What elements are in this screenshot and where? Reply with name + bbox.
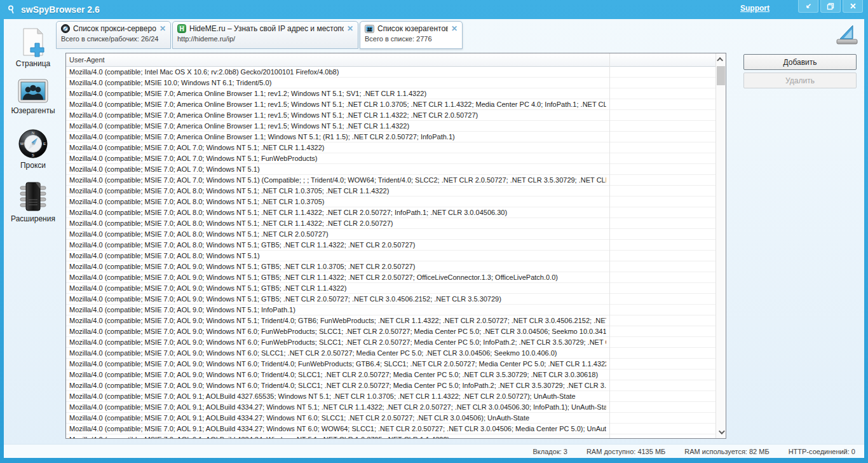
table-row[interactable]: Mozilla/4.0 (compatible; MSIE 7.0; AOL 9…	[66, 434, 715, 438]
useragent-string: Mozilla/4.0 (compatible; MSIE 7.0; Ameri…	[66, 121, 606, 131]
app-window: swSpyBrowser 2.6 Support Страница	[0, 0, 868, 463]
table-row[interactable]: Mozilla/4.0 (compatible; MSIE 7.0; AOL 8…	[66, 207, 715, 218]
table-row[interactable]: Mozilla/4.0 (compatible; MSIE 7.0; AOL 9…	[66, 391, 715, 402]
tab-hideme[interactable]: H HideME.ru – Узнать свой IP адрес и мес…	[172, 21, 358, 49]
table-row[interactable]: Mozilla/4.0 (compatible; MSIE 7.0; AOL 9…	[66, 261, 715, 272]
useragent-string: Mozilla/4.0 (compatible; MSIE 7.0; AOL 9…	[66, 413, 606, 423]
useragent-string: Mozilla/4.0 (compatible; MSIE 7.0; AOL 9…	[66, 359, 606, 369]
table-row[interactable]: Mozilla/4.0 (compatible; MSIE 7.0; AOL 9…	[66, 413, 715, 424]
table-row[interactable]: Mozilla/4.0 (compatible; MSIE 7.0; AOL 9…	[66, 370, 715, 380]
table-row[interactable]: Mozilla/4.0 (compatible; MSIE 7.0; AOL 8…	[66, 186, 715, 197]
table-row[interactable]: Mozilla/4.0 (compatible; MSIE 7.0; AOL 8…	[66, 229, 715, 240]
sidebar-item-useragents[interactable]: Юзерагенты	[4, 78, 62, 115]
useragent-string: Mozilla/4.0 (compatible; MSIE 7.0; AOL 9…	[66, 315, 606, 326]
table-row[interactable]: Mozilla/4.0 (compatible; MSIE 7.0; Ameri…	[66, 132, 715, 142]
useragent-string: Mozilla/4.0 (compatible; MSIE 7.0; AOL 9…	[66, 294, 606, 304]
main-area: Страница Юзерагенты	[4, 19, 864, 458]
scroll-thumb[interactable]	[717, 66, 725, 85]
status-http-connections: HTTP-соединений: 0	[789, 448, 855, 455]
useragent-string: Mozilla/4.0 (compatible; Intel Mac OS X …	[66, 67, 606, 77]
table-row[interactable]: Mozilla/4.0 (compatible; MSIE 7.0; AOL 9…	[66, 294, 715, 305]
tab-close-icon[interactable]: ✕	[347, 24, 353, 33]
tab-title: HideME.ru – Узнать свой IP адрес и место…	[189, 24, 344, 33]
vertical-scrollbar[interactable]	[715, 53, 726, 438]
table-row[interactable]: Mozilla/4.0 (compatible; MSIE 7.0; AOL 9…	[66, 359, 715, 370]
tab-close-icon[interactable]: ✕	[159, 24, 166, 33]
sidebar-item-label: Страница	[16, 59, 50, 68]
table-row[interactable]: Mozilla/4.0 (compatible; MSIE 7.0; AOL 7…	[66, 153, 715, 164]
svg-text:E: E	[43, 142, 46, 146]
statusbar: Вкладок: 3 RAM доступно: 4135 МБ RAM исп…	[4, 444, 864, 458]
table-row[interactable]: Mozilla/4.0 (compatible; MSIE 7.0; AOL 9…	[66, 283, 715, 294]
useragent-string: Mozilla/4.0 (compatible; MSIE 7.0; AOL 7…	[66, 164, 606, 174]
sidebar-item-label: Юзерагенты	[11, 106, 55, 115]
table-row[interactable]: Mozilla/4.0 (compatible; Intel Mac OS X …	[66, 67, 715, 78]
sail-boat-icon[interactable]	[835, 22, 859, 45]
restore-button[interactable]	[820, 0, 841, 13]
table-row[interactable]: Mozilla/4.0 (compatible; MSIE 7.0; AOL 8…	[66, 218, 715, 229]
delete-button[interactable]: Удалить	[743, 73, 857, 88]
useragent-string: Mozilla/4.0 (compatible; MSIE 7.0; AOL 7…	[66, 142, 606, 153]
sidebar-item-page[interactable]: Страница	[4, 27, 62, 68]
useragent-string: Mozilla/4.0 (compatible; MSIE 7.0; AOL 8…	[66, 197, 606, 207]
table-header-user-agent[interactable]: User-Agent	[66, 53, 726, 67]
table-row[interactable]: Mozilla/4.0 (compatible; MSIE 10.0; Wind…	[66, 78, 715, 88]
table-row[interactable]: Mozilla/4.0 (compatible; MSIE 7.0; AOL 7…	[66, 164, 715, 175]
useragent-string: Mozilla/4.0 (compatible; MSIE 7.0; AOL 9…	[66, 380, 606, 390]
add-button[interactable]: Добавить	[743, 54, 857, 70]
tab-proxy-list[interactable]: Список прокси-серверов ✕ Всего в списке/…	[56, 21, 171, 49]
table-row[interactable]: Mozilla/4.0 (compatible; MSIE 7.0; AOL 9…	[66, 337, 715, 348]
minimize-button[interactable]	[798, 0, 818, 13]
table-row[interactable]: Mozilla/4.0 (compatible; MSIE 7.0; AOL 8…	[66, 251, 715, 261]
status-ram-used: RAM используется: 82 МБ	[684, 448, 769, 455]
useragent-string: Mozilla/4.0 (compatible; MSIE 7.0; AOL 9…	[66, 337, 606, 347]
useragent-string: Mozilla/4.0 (compatible; MSIE 7.0; AOL 9…	[66, 305, 606, 315]
scroll-up-button[interactable]	[716, 55, 726, 64]
table-row[interactable]: Mozilla/4.0 (compatible; MSIE 7.0; AOL 9…	[66, 272, 715, 283]
useragent-string: Mozilla/4.0 (compatible; MSIE 7.0; Ameri…	[66, 88, 606, 99]
useragent-string: Mozilla/4.0 (compatible; MSIE 7.0; Ameri…	[66, 99, 606, 109]
table-row[interactable]: Mozilla/4.0 (compatible; MSIE 7.0; AOL 9…	[66, 348, 715, 359]
table-row[interactable]: Mozilla/4.0 (compatible; MSIE 7.0; Ameri…	[66, 121, 715, 132]
table-row[interactable]: Mozilla/4.0 (compatible; MSIE 7.0; AOL 9…	[66, 424, 715, 434]
scroll-down-button[interactable]	[716, 427, 726, 437]
tab-title: Список юзерагентов	[377, 24, 448, 33]
useragent-string: Mozilla/4.0 (compatible; MSIE 7.0; AOL 9…	[66, 434, 606, 438]
useragent-string: Mozilla/4.0 (compatible; MSIE 7.0; AOL 9…	[66, 424, 606, 434]
svg-text:S: S	[32, 153, 34, 157]
sidebar-item-extensions[interactable]: Расширения	[4, 181, 62, 223]
table-row[interactable]: Mozilla/4.0 (compatible; MSIE 7.0; AOL 9…	[66, 402, 715, 413]
svg-text:W: W	[20, 142, 24, 146]
table-row[interactable]: Mozilla/4.0 (compatible; MSIE 7.0; AOL 7…	[66, 175, 715, 186]
table-row[interactable]: Mozilla/4.0 (compatible; MSIE 7.0; AOL 9…	[66, 315, 715, 326]
support-link[interactable]: Support	[740, 4, 770, 13]
table-row[interactable]: Mozilla/4.0 (compatible; MSIE 7.0; Ameri…	[66, 110, 715, 121]
new-page-icon	[18, 27, 48, 57]
table-row[interactable]: Mozilla/4.0 (compatible; MSIE 7.0; AOL 8…	[66, 197, 715, 207]
tab-close-icon[interactable]: ✕	[451, 24, 458, 33]
table-body: Mozilla/4.0 (compatible; Intel Mac OS X …	[66, 67, 715, 438]
table-row[interactable]: Mozilla/4.0 (compatible; MSIE 7.0; Ameri…	[66, 99, 715, 110]
compass-mini-icon	[61, 24, 70, 33]
table-row[interactable]: Mozilla/4.0 (compatible; MSIE 7.0; AOL 9…	[66, 326, 715, 337]
column-divider	[609, 53, 610, 438]
useragent-string: Mozilla/4.0 (compatible; MSIE 7.0; Ameri…	[66, 110, 606, 120]
sidebar-item-proxy[interactable]: NS WE Прокси	[4, 128, 62, 170]
table-row[interactable]: Mozilla/4.0 (compatible; MSIE 7.0; Ameri…	[66, 88, 715, 99]
table-row[interactable]: Mozilla/4.0 (compatible; MSIE 7.0; AOL 7…	[66, 142, 715, 153]
sidebar-item-label: Расширения	[11, 214, 55, 223]
useragent-string: Mozilla/4.0 (compatible; MSIE 7.0; AOL 9…	[66, 283, 606, 293]
useragent-string: Mozilla/4.0 (compatible; MSIE 7.0; AOL 8…	[66, 229, 606, 239]
useragent-table: User-Agent Mozilla/4.0 (compatible; Inte…	[65, 53, 726, 439]
tab-useragents-list[interactable]: Список юзерагентов ✕ Всего в списке: 277…	[360, 21, 463, 49]
table-row[interactable]: Mozilla/4.0 (compatible; MSIE 7.0; AOL 9…	[66, 305, 715, 315]
table-row[interactable]: Mozilla/4.0 (compatible; MSIE 7.0; AOL 9…	[66, 380, 715, 391]
table-row[interactable]: Mozilla/4.0 (compatible; MSIE 7.0; AOL 8…	[66, 240, 715, 251]
status-tabs-count: Вкладок: 3	[533, 448, 567, 455]
useragent-string: Mozilla/4.0 (compatible; MSIE 7.0; AOL 9…	[66, 348, 606, 358]
hideme-icon: H	[177, 24, 186, 33]
useragent-string: Mozilla/4.0 (compatible; MSIE 7.0; AOL 9…	[66, 370, 606, 380]
useragent-string: Mozilla/4.0 (compatible; MSIE 7.0; AOL 9…	[66, 272, 606, 282]
close-button[interactable]	[843, 0, 863, 13]
useragent-string: Mozilla/4.0 (compatible; MSIE 7.0; AOL 9…	[66, 402, 606, 412]
